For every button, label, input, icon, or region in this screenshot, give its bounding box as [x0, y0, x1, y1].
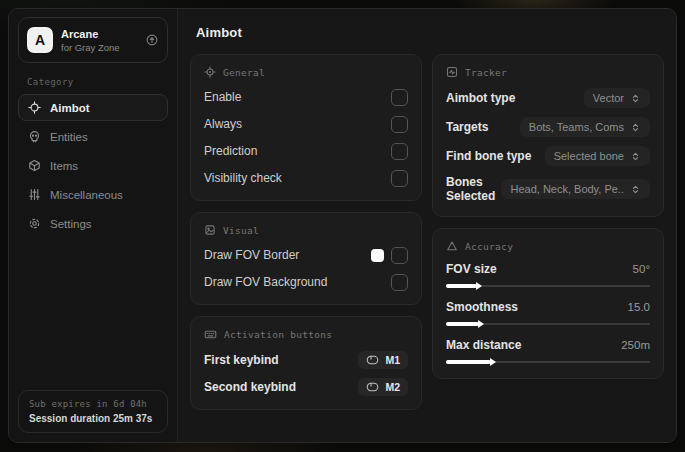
- app-logo: A: [27, 27, 53, 53]
- tracker-card-header: Tracker: [446, 66, 650, 78]
- activation-buttons-card: Activation buttons First keybind M1: [190, 316, 422, 410]
- gear-icon: [28, 217, 41, 230]
- targets-dropdown[interactable]: Bots, Teams, Coms: [520, 117, 650, 137]
- smoothness-row: Smoothness 15.0: [446, 300, 650, 325]
- slider-fill: [446, 360, 491, 364]
- setting-label: Visibility check: [204, 171, 282, 185]
- sidebar-item-entities[interactable]: Entities: [18, 123, 168, 150]
- dropdown-value: Bots, Teams, Coms: [529, 121, 624, 133]
- fov-size-row: FOV size 50°: [446, 262, 650, 287]
- setting-label: Prediction: [204, 144, 257, 158]
- setting-row-find-bone-type: Find bone type Selected bone: [446, 146, 650, 166]
- right-column: Tracker Aimbot type Vector: [432, 54, 664, 379]
- setting-label: First keybind: [204, 353, 279, 367]
- max-distance-row: Max distance 250m: [446, 338, 650, 363]
- cube-icon: [28, 159, 41, 172]
- slider-fill: [446, 284, 477, 288]
- setting-label: Enable: [204, 90, 241, 104]
- card-title: Activation buttons: [224, 329, 332, 340]
- dropdown-value: Selected bone: [554, 150, 624, 162]
- crosshair-icon: [204, 66, 216, 78]
- visual-card: Visual Draw FOV Border Draw FOV Backgrou…: [190, 212, 422, 305]
- prediction-checkbox[interactable]: [391, 143, 408, 160]
- card-title: Accuracy: [465, 241, 513, 252]
- setting-row-first-keybind: First keybind M1: [204, 351, 408, 369]
- smoothness-value: 15.0: [628, 301, 650, 313]
- accuracy-card: Accuracy FOV size 50°: [432, 228, 664, 379]
- dropdown-value: Vector: [593, 92, 624, 104]
- setting-row-targets: Targets Bots, Teams, Coms: [446, 117, 650, 137]
- chevrons-up-down-icon: [630, 122, 641, 133]
- app-window: A Arcane for Gray Zone Category: [8, 8, 677, 443]
- visual-card-header: Visual: [204, 224, 408, 236]
- bones-selected-dropdown[interactable]: Head, Neck, Body, Pe..: [501, 179, 650, 199]
- sidebar-item-aimbot[interactable]: Aimbot: [18, 94, 168, 121]
- aimbot-type-dropdown[interactable]: Vector: [584, 88, 650, 108]
- cards-grid: General Enable Always Prediction: [190, 54, 664, 410]
- chevrons-up-down-icon: [630, 184, 641, 195]
- triangle-icon: [446, 240, 458, 252]
- subscription-info-card: Sub expires in 6d 04h Session duration 2…: [18, 390, 168, 433]
- setting-label: FOV size: [446, 262, 497, 276]
- sidebar-item-items[interactable]: Items: [18, 152, 168, 179]
- setting-row-second-keybind: Second keybind M2: [204, 378, 408, 396]
- max-distance-value: 250m: [621, 339, 650, 351]
- sidebar: A Arcane for Gray Zone Category: [9, 9, 178, 442]
- setting-row-aimbot-type: Aimbot type Vector: [446, 88, 650, 108]
- setting-label: Second keybind: [204, 380, 296, 394]
- sidebar-item-label: Miscellaneous: [50, 189, 123, 201]
- card-title: General: [223, 67, 265, 78]
- fov-size-value: 50°: [633, 263, 650, 275]
- sidebar-item-miscellaneous[interactable]: Miscellaneous: [18, 181, 168, 208]
- max-distance-slider[interactable]: [446, 361, 650, 363]
- desktop-background: A Arcane for Gray Zone Category: [0, 0, 685, 452]
- first-keybind-button[interactable]: M1: [358, 351, 408, 369]
- find-bone-type-dropdown[interactable]: Selected bone: [545, 146, 650, 166]
- setting-label: Always: [204, 117, 242, 131]
- main-panel: Aimbot General: [178, 9, 676, 442]
- keybind-value: M1: [385, 354, 400, 366]
- pin-icon[interactable]: [145, 33, 159, 47]
- sidebar-spacer: [9, 237, 177, 382]
- setting-row-draw-fov-background: Draw FOV Background: [204, 273, 408, 291]
- setting-label: Max distance: [446, 338, 521, 352]
- setting-row-visibility-check: Visibility check: [204, 169, 408, 187]
- visibility-check-checkbox[interactable]: [391, 170, 408, 187]
- fov-size-slider[interactable]: [446, 285, 650, 287]
- setting-label: Smoothness: [446, 300, 518, 314]
- sidebar-item-label: Entities: [50, 131, 88, 143]
- skull-icon: [28, 130, 41, 143]
- setting-row-enable: Enable: [204, 88, 408, 106]
- draw-fov-background-checkbox[interactable]: [391, 274, 408, 291]
- sidebar-nav: Aimbot Entities: [9, 94, 177, 237]
- draw-fov-border-checkbox[interactable]: [391, 247, 408, 264]
- setting-label: Find bone type: [446, 149, 531, 163]
- setting-label: Targets: [446, 120, 488, 134]
- general-card-header: General: [204, 66, 408, 78]
- second-keybind-button[interactable]: M2: [358, 378, 408, 396]
- brand-name: Arcane: [61, 28, 120, 40]
- activation-card-header: Activation buttons: [204, 328, 408, 341]
- category-label: Category: [27, 77, 177, 87]
- enable-checkbox[interactable]: [391, 89, 408, 106]
- image-icon: [204, 224, 216, 236]
- setting-row-draw-fov-border: Draw FOV Border: [204, 246, 408, 264]
- always-checkbox[interactable]: [391, 116, 408, 133]
- crosshair-icon: [28, 101, 41, 114]
- sub-expires-text: Sub expires in 6d 04h: [29, 399, 157, 409]
- chevrons-up-down-icon: [630, 93, 641, 104]
- setting-row-bones-selected: Bones Selected Head, Neck, Body, Pe..: [446, 175, 650, 203]
- mouse-icon: [366, 382, 379, 392]
- sliders-icon: [28, 188, 41, 201]
- setting-row-prediction: Prediction: [204, 142, 408, 160]
- smoothness-slider[interactable]: [446, 323, 650, 325]
- fov-border-color-swatch[interactable]: [371, 249, 384, 262]
- dropdown-value: Head, Neck, Body, Pe..: [510, 183, 624, 195]
- setting-label: Bones Selected: [446, 175, 501, 203]
- sidebar-item-label: Aimbot: [50, 102, 90, 114]
- brand-subtitle: for Gray Zone: [61, 42, 120, 53]
- page-title: Aimbot: [196, 25, 664, 40]
- sidebar-item-label: Items: [50, 160, 78, 172]
- sidebar-item-settings[interactable]: Settings: [18, 210, 168, 237]
- session-duration-text: Session duration 25m 37s: [29, 413, 157, 424]
